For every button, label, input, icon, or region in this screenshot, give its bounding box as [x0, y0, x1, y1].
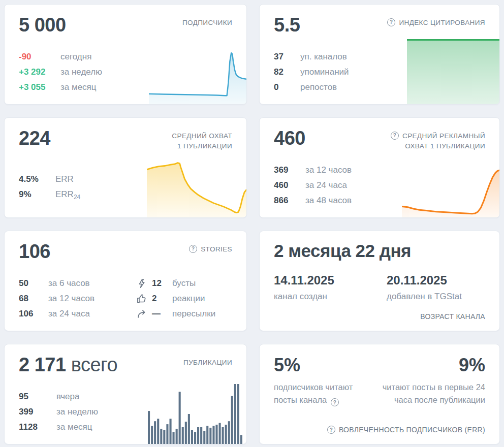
publications-title-text: ПУБЛИКАЦИИ	[183, 358, 232, 368]
stat-label: за месяц	[60, 80, 97, 95]
publications-card: 2 171 всего ПУБЛИКАЦИИ 95 вчера 399 за н…	[4, 344, 247, 444]
channel-age-dates: 14.11.2025 канал создан 20.11.2025 добав…	[274, 273, 485, 302]
stories-stats-left: 50 за 6 часов 68 за 12 часов 106 за 24 ч…	[19, 276, 137, 322]
reactions-thumb-icon	[137, 294, 147, 304]
stat-label: бусты	[172, 276, 196, 291]
stat-row: +3 292 за неделю	[19, 65, 232, 80]
stat-row: 68 за 12 часов	[19, 291, 137, 306]
stat-row: 50 за 6 часов	[19, 276, 137, 291]
stat-label: уп. каналов	[300, 49, 347, 65]
publications-value-suffix: всего	[71, 354, 118, 375]
stories-card-title: ? STORIES	[189, 244, 232, 254]
stat-label: сегодня	[60, 49, 91, 65]
stat-label: реакции	[172, 291, 205, 306]
stat-value: 866	[274, 193, 305, 208]
stories-stats: 50 за 6 часов 68 за 12 часов 106 за 24 ч…	[19, 276, 232, 322]
avg-ad-reach-card: 460 ? СРЕДНИЙ РЕКЛАМНЫЙ ОХВАТ 1 ПУБЛИКАЦ…	[259, 117, 500, 218]
stat-row: — пересылки	[137, 306, 215, 322]
subscribers-card: 5 000 ПОДПИСЧИКИ -90 сегодня +3 292 за н…	[4, 4, 247, 105]
avg-ad-reach-stats: 369 за 12 часов 460 за 24 часа 866 за 48…	[274, 163, 485, 208]
subscribers-stats: -90 сегодня +3 292 за неделю +3 055 за м…	[19, 49, 232, 95]
help-icon[interactable]: ?	[327, 426, 335, 434]
stat-row: 106 за 24 часа	[19, 306, 137, 322]
boost-bolt-icon	[137, 278, 147, 289]
stat-row: 37 уп. каналов	[274, 49, 485, 65]
stat-label: за 24 часа	[305, 178, 347, 193]
avg-reach-title-text: СРЕДНИЙ ОХВАТ 1 ПУБЛИКАЦИИ	[172, 131, 232, 151]
channel-age-card-title: ВОЗРАСТ КАНАЛА	[420, 312, 485, 321]
stat-value: 12	[152, 276, 172, 291]
stat-value: —	[152, 306, 172, 322]
avg-ad-reach-title-text: СРЕДНИЙ РЕКЛАМНЫЙ ОХВАТ 1 ПУБЛИКАЦИИ	[402, 131, 485, 151]
stat-row: 4.5% ERR	[19, 172, 232, 187]
subscribers-card-title: ПОДПИСЧИКИ	[182, 18, 232, 28]
engagement-right-label: читают посты в первые 24 часа после публ…	[379, 381, 485, 406]
engagement-right-value: 9%	[379, 355, 485, 376]
stat-row: 95 вчера	[19, 389, 232, 404]
stats-dashboard: 5 000 ПОДПИСЧИКИ -90 сегодня +3 292 за н…	[0, 0, 504, 447]
stat-value: 106	[19, 306, 48, 322]
stat-label: ERR24	[55, 187, 80, 205]
engagement-columns: 5% подписчиков читают посты канала ? 9% …	[274, 355, 485, 406]
stat-value: 50	[19, 276, 48, 291]
stat-label: пересылки	[172, 306, 215, 322]
stat-label: за 48 часов	[305, 193, 352, 208]
stat-value: 460	[274, 178, 305, 193]
stat-row: 866 за 48 часов	[274, 193, 485, 208]
stat-label: за 6 часов	[48, 276, 90, 291]
stat-label: репостов	[300, 80, 337, 95]
engagement-card: 5% подписчиков читают посты канала ? 9% …	[259, 344, 500, 444]
stat-row: 460 за 24 часа	[274, 178, 485, 193]
stat-label: за 12 часов	[48, 291, 94, 306]
date-created-block: 14.11.2025 канал создан	[274, 273, 387, 302]
stat-label: ERR	[55, 172, 74, 187]
avg-reach-card: 224 СРЕДНИЙ ОХВАТ 1 ПУБЛИКАЦИИ 4.5% ERR …	[4, 117, 247, 218]
stat-value: 37	[274, 49, 300, 65]
engagement-left-block: 5% подписчиков читают посты канала ?	[274, 355, 375, 406]
citation-stats: 37 уп. каналов 82 упоминаний 0 репостов	[274, 49, 485, 95]
help-icon[interactable]: ?	[189, 245, 197, 253]
stat-row: -90 сегодня	[19, 49, 232, 65]
stat-label: за неделю	[60, 65, 102, 80]
stat-label: упоминаний	[300, 65, 349, 80]
stat-value: 399	[19, 404, 56, 420]
stat-value: 369	[274, 163, 305, 178]
stat-value: 1128	[19, 420, 56, 435]
channel-age-value: 2 месяца 22 дня	[274, 241, 485, 261]
date-created-label: канал создан	[274, 292, 387, 302]
stat-row: 12 бусты	[137, 276, 215, 291]
engagement-right-block: 9% читают посты в первые 24 часа после п…	[379, 355, 485, 406]
help-icon[interactable]: ?	[391, 132, 399, 140]
stat-value: +3 055	[19, 80, 60, 95]
publications-card-title: ПУБЛИКАЦИИ	[183, 358, 232, 368]
citation-card-title: ? ИНДЕКС ЦИТИРОВАНИЯ	[387, 18, 485, 28]
stat-label: вчера	[56, 389, 80, 404]
avg-ad-reach-card-title: ? СРЕДНИЙ РЕКЛАМНЫЙ ОХВАТ 1 ПУБЛИКАЦИИ	[391, 131, 485, 151]
stat-value: +3 292	[19, 65, 60, 80]
citation-index-card: 5.5 ? ИНДЕКС ЦИТИРОВАНИЯ 37 уп. каналов …	[259, 4, 500, 105]
date-added-label: добавлен в TGStat	[387, 292, 485, 302]
citation-title-text: ИНДЕКС ЦИТИРОВАНИЯ	[399, 18, 485, 28]
stat-value: 68	[19, 291, 48, 306]
stat-row: 0 репостов	[274, 80, 485, 95]
stories-card: 106 ? STORIES 50 за 6 часов 68 за 12 час…	[4, 231, 247, 331]
publications-stats: 95 вчера 399 за неделю 1128 за месяц	[19, 389, 232, 435]
stat-row: 369 за 12 часов	[274, 163, 485, 178]
help-icon[interactable]: ?	[331, 398, 339, 406]
stat-label: за 12 часов	[305, 163, 352, 178]
stat-row: +3 055 за месяц	[19, 80, 232, 95]
stat-value: 95	[19, 389, 56, 404]
stat-value: 82	[274, 65, 300, 80]
avg-reach-stats: 4.5% ERR 9% ERR24	[19, 172, 232, 205]
stat-value: 0	[274, 80, 300, 95]
help-icon[interactable]: ?	[387, 18, 395, 26]
stories-title-text: STORIES	[201, 244, 232, 254]
channel-age-title-text: ВОЗРАСТ КАНАЛА	[420, 312, 485, 321]
stat-label: за неделю	[56, 404, 98, 420]
stat-row: 1128 за месяц	[19, 420, 232, 435]
stat-row: 9% ERR24	[19, 187, 232, 205]
engagement-left-label: подписчиков читают посты канала ?	[274, 381, 375, 406]
avg-reach-card-title: СРЕДНИЙ ОХВАТ 1 ПУБЛИКАЦИИ	[172, 131, 232, 151]
forward-arrow-icon	[137, 309, 147, 319]
engagement-card-title: ? ВОВЛЕЧЕННОСТЬ ПОДПИСЧИКОВ (ERR)	[327, 425, 485, 434]
